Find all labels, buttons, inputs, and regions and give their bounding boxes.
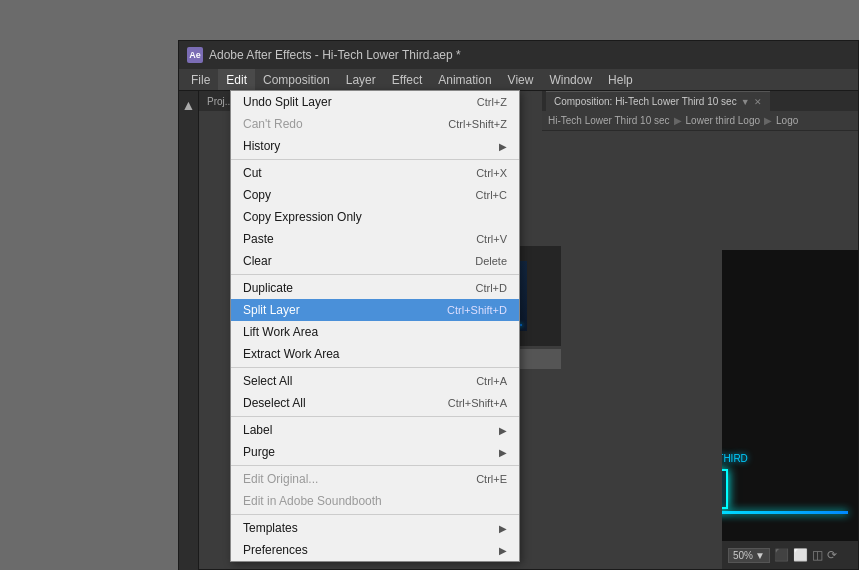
neon-bar (722, 511, 848, 514)
app-icon: Ae (187, 47, 203, 63)
purge-label: Purge (243, 445, 499, 459)
duplicate-shortcut: Ctrl+D (476, 282, 507, 294)
undo-split-layer-shortcut: Ctrl+Z (477, 96, 507, 108)
breadcrumb-item-3[interactable]: Logo (776, 115, 798, 126)
deselect-all-shortcut: Ctrl+Shift+A (448, 397, 507, 409)
menu-effect[interactable]: Effect (384, 69, 430, 90)
menu-item-label[interactable]: Label ▶ (231, 419, 519, 441)
menu-item-copy[interactable]: Copy Ctrl+C (231, 184, 519, 206)
split-layer-label: Split Layer (243, 303, 447, 317)
menu-item-cut[interactable]: Cut Ctrl+X (231, 162, 519, 184)
templates-label: Templates (243, 521, 499, 535)
comp-tab-close[interactable]: ✕ (754, 97, 762, 107)
viewer-icon-2[interactable]: ⬜ (793, 548, 808, 562)
menu-item-deselect-all[interactable]: Deselect All Ctrl+Shift+A (231, 392, 519, 414)
select-all-shortcut: Ctrl+A (476, 375, 507, 387)
viewer-icon-4[interactable]: ⟳ (827, 548, 837, 562)
viewer-bottom-bar: 50% ▼ ⬛ ⬜ ◫ ⟳ (722, 541, 858, 569)
menu-item-purge[interactable]: Purge ▶ (231, 441, 519, 463)
zoom-dropdown[interactable]: 50% ▼ (728, 548, 770, 563)
menu-view[interactable]: View (500, 69, 542, 90)
menu-item-copy-expression-only[interactable]: Copy Expression Only (231, 206, 519, 228)
menu-item-history[interactable]: History ▶ (231, 135, 519, 157)
comp-panel-header: Composition: Hi-Tech Lower Third 10 sec … (542, 91, 858, 111)
menu-animation[interactable]: Animation (430, 69, 499, 90)
paste-label: Paste (243, 232, 476, 246)
toolbar-pointer[interactable]: ▲ (179, 91, 198, 119)
edit-original-shortcut: Ctrl+E (476, 473, 507, 485)
cut-shortcut: Ctrl+X (476, 167, 507, 179)
menu-item-undo-split-layer[interactable]: Undo Split Layer Ctrl+Z (231, 91, 519, 113)
preferences-label: Preferences (243, 543, 499, 557)
menu-item-edit-soundbooth: Edit in Adobe Soundbooth (231, 490, 519, 512)
viewer-area: LOWER THIRD 50% ▼ ⬛ ⬜ ◫ ⟳ (722, 250, 858, 569)
breadcrumb-sep-2: ▶ (764, 115, 772, 126)
history-label: History (243, 139, 499, 153)
zoom-arrow: ▼ (755, 550, 765, 561)
menu-edit[interactable]: Edit (218, 69, 255, 90)
separator-4 (231, 416, 519, 417)
cant-redo-shortcut: Ctrl+Shift+Z (448, 118, 507, 130)
duplicate-label: Duplicate (243, 281, 476, 295)
breadcrumb-item-2[interactable]: Lower third Logo (686, 115, 761, 126)
extract-work-area-label: Extract Work Area (243, 347, 507, 361)
separator-2 (231, 274, 519, 275)
menu-item-split-layer[interactable]: Split Layer Ctrl+Shift+D (231, 299, 519, 321)
neon-element (722, 469, 728, 509)
menu-item-paste[interactable]: Paste Ctrl+V (231, 228, 519, 250)
menu-composition[interactable]: Composition (255, 69, 338, 90)
copy-label: Copy (243, 188, 476, 202)
comp-tab[interactable]: Composition: Hi-Tech Lower Third 10 sec … (546, 91, 770, 111)
viewer-content: LOWER THIRD 50% ▼ ⬛ ⬜ ◫ ⟳ (722, 250, 858, 569)
comp-tab-label: Composition: Hi-Tech Lower Third 10 sec (554, 96, 737, 107)
copy-expression-label: Copy Expression Only (243, 210, 507, 224)
viewer-icon-1[interactable]: ⬛ (774, 548, 789, 562)
viewer-icon-3[interactable]: ◫ (812, 548, 823, 562)
clear-shortcut: Delete (475, 255, 507, 267)
menu-layer[interactable]: Layer (338, 69, 384, 90)
app-title: Adobe After Effects - Hi-Tech Lower Thir… (209, 48, 461, 62)
menu-item-edit-original: Edit Original... Ctrl+E (231, 468, 519, 490)
split-layer-shortcut: Ctrl+Shift+D (447, 304, 507, 316)
deselect-all-label: Deselect All (243, 396, 448, 410)
cut-label: Cut (243, 166, 476, 180)
viewer-graphic: LOWER THIRD (722, 414, 848, 534)
menu-item-lift-work-area[interactable]: Lift Work Area (231, 321, 519, 343)
menu-item-duplicate[interactable]: Duplicate Ctrl+D (231, 277, 519, 299)
breadcrumb: Hi-Tech Lower Third 10 sec ▶ Lower third… (542, 111, 858, 131)
left-toolbar: ▲ (179, 91, 199, 570)
menu-item-templates[interactable]: Templates ▶ (231, 517, 519, 539)
menu-item-cant-redo: Can't Redo Ctrl+Shift+Z (231, 113, 519, 135)
copy-shortcut: Ctrl+C (476, 189, 507, 201)
neon-text: LOWER THIRD (722, 453, 748, 464)
separator-1 (231, 159, 519, 160)
breadcrumb-item-1[interactable]: Hi-Tech Lower Third 10 sec (548, 115, 670, 126)
menu-help[interactable]: Help (600, 69, 641, 90)
lift-work-area-label: Lift Work Area (243, 325, 507, 339)
menu-window[interactable]: Window (541, 69, 600, 90)
clear-label: Clear (243, 254, 475, 268)
preferences-arrow: ▶ (499, 545, 507, 556)
menu-item-preferences[interactable]: Preferences ▶ (231, 539, 519, 561)
select-all-label: Select All (243, 374, 476, 388)
menu-bar: File Edit Composition Layer Effect Anima… (179, 69, 858, 91)
cant-redo-label: Can't Redo (243, 117, 448, 131)
separator-5 (231, 465, 519, 466)
title-bar: Ae Adobe After Effects - Hi-Tech Lower T… (179, 41, 858, 69)
purge-arrow: ▶ (499, 447, 507, 458)
menu-item-extract-work-area[interactable]: Extract Work Area (231, 343, 519, 365)
history-arrow: ▶ (499, 141, 507, 152)
edit-soundbooth-label: Edit in Adobe Soundbooth (243, 494, 507, 508)
menu-item-select-all[interactable]: Select All Ctrl+A (231, 370, 519, 392)
breadcrumb-sep-1: ▶ (674, 115, 682, 126)
edit-original-label: Edit Original... (243, 472, 476, 486)
label-label: Label (243, 423, 499, 437)
comp-tab-dropdown[interactable]: ▼ (741, 97, 750, 107)
templates-arrow: ▶ (499, 523, 507, 534)
menu-file[interactable]: File (183, 69, 218, 90)
edit-dropdown-menu: Undo Split Layer Ctrl+Z Can't Redo Ctrl+… (230, 90, 520, 562)
separator-3 (231, 367, 519, 368)
undo-split-layer-label: Undo Split Layer (243, 95, 477, 109)
menu-item-clear[interactable]: Clear Delete (231, 250, 519, 272)
label-arrow: ▶ (499, 425, 507, 436)
